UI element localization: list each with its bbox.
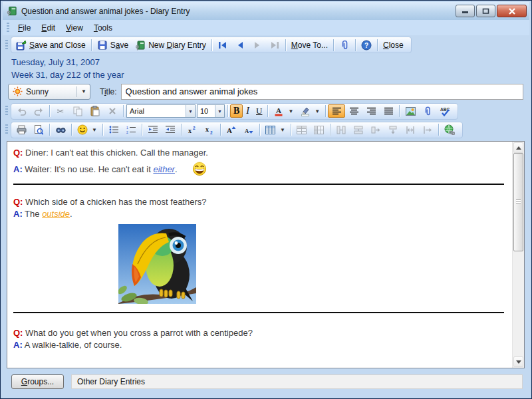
svg-text:?: ?: [364, 42, 368, 49]
underline-button[interactable]: U: [253, 104, 265, 118]
insert-image-icon: [405, 106, 416, 116]
menu-tools[interactable]: Tools: [89, 21, 117, 35]
svg-text:A: A: [245, 128, 249, 134]
menu-file[interactable]: File: [13, 21, 35, 35]
font-color-button[interactable]: A▼: [270, 104, 297, 118]
attachment-button[interactable]: [336, 39, 353, 52]
attach-file-button[interactable]: [419, 104, 436, 118]
numbered-list-button[interactable]: 12: [122, 123, 140, 136]
redo-icon: [33, 106, 44, 116]
delete-icon: [107, 106, 118, 116]
close-toolbar-button[interactable]: Close: [380, 39, 407, 51]
scroll-down-button[interactable]: [513, 356, 523, 367]
print-button[interactable]: [13, 123, 30, 136]
menu-view[interactable]: View: [61, 21, 88, 35]
vertical-scrollbar[interactable]: [512, 142, 524, 368]
outdent-icon: [148, 124, 158, 135]
toolbar-grip[interactable]: [5, 106, 8, 116]
attach-file-icon: [422, 106, 433, 116]
insert-image-button[interactable]: [402, 104, 419, 118]
divider-rule: [13, 312, 504, 313]
paste-button[interactable]: [86, 104, 104, 118]
align-center-button[interactable]: [345, 104, 362, 118]
hyperlink-button[interactable]: [441, 123, 458, 136]
outdent-button[interactable]: [144, 123, 162, 136]
other-diary-entries-panel[interactable]: Other Diary Entries: [71, 374, 523, 389]
grow-font-button[interactable]: A: [223, 123, 240, 136]
font-family-value: Arial: [127, 107, 186, 115]
font-family-select[interactable]: Arial ▼: [126, 104, 196, 118]
toolbar-grip[interactable]: [7, 23, 9, 33]
align-left-button[interactable]: [328, 104, 345, 118]
insert-table-button[interactable]: ▼: [262, 123, 289, 136]
emoticon-button[interactable]: ▼: [74, 123, 100, 136]
format-toolbar-row2: ▼ 12 x2 x2 A A ▼: [3, 120, 529, 139]
sun-icon: [12, 86, 23, 97]
font-size-select[interactable]: 10 ▼: [197, 104, 225, 118]
svg-text:x: x: [205, 126, 209, 133]
print-icon: [16, 124, 27, 135]
chevron-down-icon: ▼: [81, 88, 86, 94]
indent-button[interactable]: [162, 123, 179, 136]
svg-text:A: A: [227, 126, 232, 134]
new-diary-entry-button[interactable]: New Diary Entry: [132, 39, 209, 52]
find-icon: [55, 124, 66, 135]
svg-text:1: 1: [126, 126, 128, 130]
nav-previous-icon: [235, 40, 245, 51]
main-toolbar: Save and Close Save New Diary Entry: [11, 37, 412, 53]
shrink-font-button[interactable]: A: [240, 123, 257, 136]
subscript-icon: x2: [204, 124, 215, 135]
autofit-table-button: [419, 123, 436, 136]
toolbar-grip[interactable]: [5, 124, 8, 135]
groups-button[interactable]: Groups...: [11, 374, 64, 389]
spellcheck-button[interactable]: ABC: [436, 104, 454, 118]
new-diary-entry-icon: [135, 40, 146, 51]
justify-button[interactable]: [380, 104, 397, 118]
attachment-icon: [339, 40, 350, 51]
superscript-button[interactable]: x2: [184, 123, 201, 136]
editor-text[interactable]: Q: Diner: I can't eat this chicken. Call…: [7, 142, 512, 368]
entry-header-row: Sunny ▼ Title:: [3, 81, 529, 102]
help-button[interactable]: ?: [358, 39, 375, 52]
move-to-button[interactable]: Move To...: [288, 39, 331, 51]
find-button[interactable]: [52, 123, 69, 136]
align-right-button[interactable]: [362, 104, 380, 118]
highlight-icon: [300, 106, 311, 116]
print-preview-button[interactable]: [30, 123, 47, 136]
save-button[interactable]: Save: [94, 39, 132, 52]
justify-icon: [383, 106, 394, 116]
distribute-columns-icon: [405, 124, 416, 135]
editor-area[interactable]: Q: Diner: I can't eat this chicken. Call…: [7, 141, 525, 368]
insert-table-column-button: [311, 123, 328, 136]
subscript-button[interactable]: x2: [201, 123, 218, 136]
nav-last-button: [266, 39, 283, 52]
save-and-close-button[interactable]: Save and Close: [13, 39, 89, 52]
title-input[interactable]: [121, 84, 523, 100]
weather-dropdown[interactable]: Sunny ▼: [8, 84, 90, 100]
minimize-button[interactable]: [456, 5, 475, 17]
nav-first-button[interactable]: [214, 39, 231, 52]
insert-table-icon: [265, 124, 276, 135]
spellcheck-icon: ABC: [440, 106, 450, 116]
nav-previous-button[interactable]: [231, 39, 249, 52]
scrollbar-thumb[interactable]: [513, 153, 523, 251]
bullet-list-button[interactable]: [105, 123, 122, 136]
highlight-button[interactable]: ▼: [297, 104, 323, 118]
font-color-icon: A: [273, 106, 284, 116]
hyperlink-icon: [444, 124, 455, 135]
close-button[interactable]: [497, 5, 527, 17]
joke-answer: A: A walkie-talkie, of course.: [13, 339, 512, 350]
merge-down-icon: [388, 124, 398, 135]
footer-bar: Groups... Other Diary Entries: [3, 368, 529, 396]
toolbar-grip[interactable]: [5, 40, 8, 51]
menu-edit[interactable]: Edit: [37, 21, 60, 35]
paste-icon: [90, 106, 100, 116]
either-link-text: either: [153, 164, 175, 174]
maximize-button[interactable]: [476, 5, 495, 17]
merge-down-button: [384, 123, 402, 136]
cut-icon: ✂: [55, 106, 66, 116]
italic-button[interactable]: I: [243, 104, 253, 118]
scroll-up-button[interactable]: [513, 142, 523, 153]
superscript-icon: x2: [187, 124, 198, 135]
bold-button[interactable]: B: [230, 104, 243, 118]
